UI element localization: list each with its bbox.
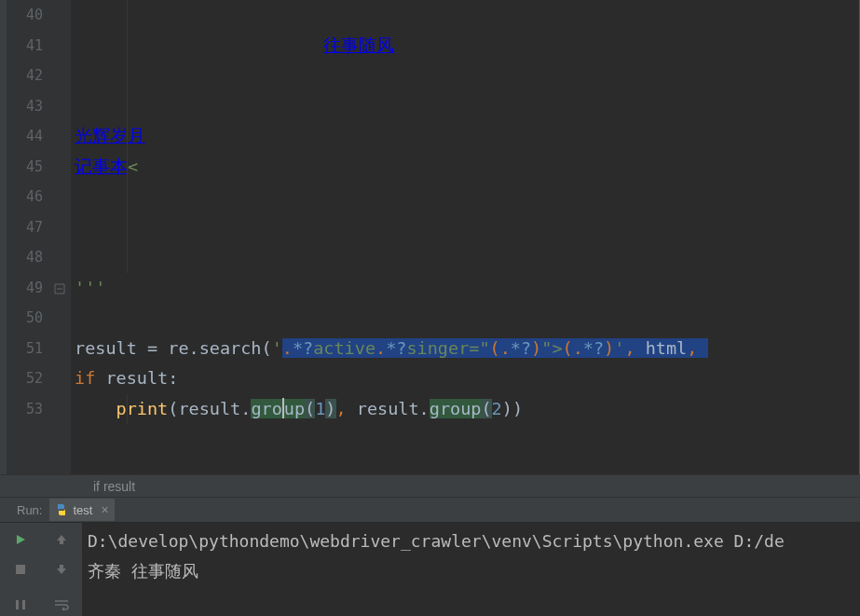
svg-rect-1: [16, 600, 19, 609]
line-number[interactable]: 51: [7, 334, 43, 364]
code-line[interactable]: [75, 212, 859, 243]
arrow-down-icon[interactable]: [52, 560, 71, 579]
run-controls-right: [41, 523, 82, 616]
line-number-gutter[interactable]: 4041424344454647484950515253: [7, 0, 52, 474]
code-line[interactable]: 光辉岁月: [75, 91, 859, 122]
line-number[interactable]: 49: [7, 273, 43, 304]
line-number[interactable]: 41: [7, 31, 43, 62]
run-label: Run:: [0, 503, 49, 517]
fold-column[interactable]: [52, 0, 71, 474]
code-line[interactable]: [75, 0, 859, 31]
line-number[interactable]: 42: [7, 61, 43, 91]
svg-rect-0: [16, 565, 25, 574]
console-line: 齐秦 往事随风: [88, 561, 198, 581]
code-line[interactable]: result = re.search('.*?active.*?singer="…: [75, 334, 859, 364]
code-line[interactable]: [75, 242, 859, 273]
code-area[interactable]: 往事随风 光辉岁月 记事本< '''result = re.search('.*…: [71, 0, 860, 474]
svg-rect-2: [22, 600, 25, 609]
arrow-up-icon[interactable]: [52, 530, 71, 549]
run-toolwindow-header[interactable]: Run: test ×: [0, 497, 860, 523]
line-number[interactable]: 45: [7, 152, 43, 183]
code-line[interactable]: [75, 61, 859, 91]
code-line[interactable]: print(result.group(1), result.group(2)): [75, 394, 859, 425]
soft-wrap-icon[interactable]: [52, 595, 71, 614]
line-number[interactable]: 48: [7, 242, 43, 273]
fold-collapse-icon[interactable]: [54, 280, 65, 291]
console-output[interactable]: D:\develop\pythondemo\webdriver_crawler\…: [82, 523, 860, 616]
line-number[interactable]: 52: [7, 363, 43, 394]
pause-icon[interactable]: [11, 595, 30, 614]
python-file-icon: [55, 503, 68, 516]
line-number[interactable]: 46: [7, 182, 43, 212]
line-number[interactable]: 40: [7, 0, 43, 31]
code-line[interactable]: 往事随风: [75, 31, 859, 62]
line-number[interactable]: 53: [7, 394, 43, 425]
line-number[interactable]: 44: [7, 121, 43, 152]
line-number[interactable]: 43: [7, 91, 43, 122]
breadcrumb-item[interactable]: if result: [93, 479, 135, 494]
run-tab-label: test: [73, 503, 92, 517]
left-toolwindow-bar: [0, 0, 7, 474]
console-line: D:\develop\pythondemo\webdriver_crawler\…: [88, 531, 785, 551]
run-console: D:\develop\pythondemo\webdriver_crawler\…: [0, 523, 860, 616]
code-line[interactable]: ''': [75, 273, 859, 304]
code-line[interactable]: [75, 152, 859, 183]
code-line[interactable]: if result:: [75, 363, 859, 394]
code-line[interactable]: 记事本<: [75, 121, 859, 152]
code-line[interactable]: [75, 303, 859, 334]
line-number[interactable]: 47: [7, 212, 43, 243]
close-icon[interactable]: ×: [101, 502, 108, 517]
line-number[interactable]: 50: [7, 303, 43, 334]
stop-icon[interactable]: [11, 560, 30, 579]
run-controls-left: [0, 523, 41, 616]
code-editor[interactable]: 4041424344454647484950515253 往事随风 光辉岁月 记…: [0, 0, 860, 474]
code-line[interactable]: [75, 182, 859, 212]
breadcrumb[interactable]: if result: [0, 474, 860, 497]
run-icon[interactable]: [11, 530, 30, 549]
run-tab[interactable]: test ×: [49, 499, 114, 521]
